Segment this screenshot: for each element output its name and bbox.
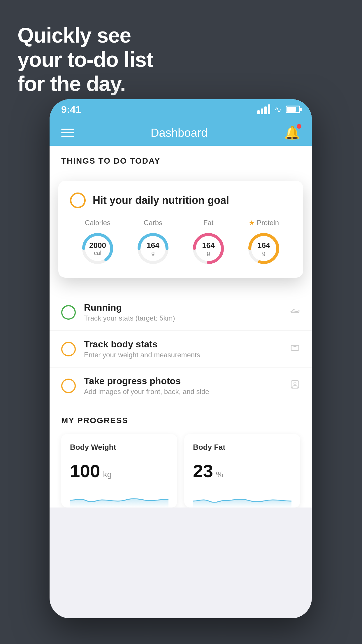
nutrition-card[interactable]: Hit your daily nutrition goal Calories20… (58, 181, 303, 278)
progress-card-title: Body Weight (70, 443, 168, 452)
todo-list: RunningTrack your stats (target: 5km)Tra… (50, 294, 312, 404)
notification-bell[interactable]: 🔔 (284, 125, 300, 140)
nav-bar: Dashboard 🔔 (50, 120, 312, 146)
svg-rect-8 (291, 345, 299, 351)
phone-frame: 9:41 ∿ Dashboard 🔔 THINGS TO DO TODAY (50, 99, 312, 618)
donut-calories: 2000cal (80, 231, 115, 266)
progress-unit: kg (103, 470, 112, 479)
donut-protein: 164g (246, 231, 281, 266)
nutrition-item-protein: ★Protein164g (246, 219, 281, 266)
progress-card-body-fat[interactable]: Body Fat23% (184, 434, 300, 508)
nutrition-item-carbs: Carbs164g (136, 219, 171, 266)
progress-card-title: Body Fat (193, 443, 291, 452)
todo-title: Take progress photos (84, 376, 282, 386)
todo-title: Track body stats (84, 339, 282, 350)
donut-unit: g (147, 249, 159, 256)
status-time: 9:41 (61, 104, 81, 115)
card-title-row: Hit your daily nutrition goal (70, 192, 291, 208)
donut-value: 164 (147, 241, 159, 250)
donut-value: 164 (257, 241, 270, 250)
progress-section: MY PROGRESS Body Weight100kg Body Fat23% (50, 416, 312, 508)
nutrition-label-fat: Fat (203, 219, 214, 227)
nutrition-item-fat: Fat164g (191, 219, 226, 266)
todo-circle-take-progress-photos (61, 379, 76, 393)
nutrition-label-calories: Calories (85, 219, 110, 227)
card-title: Hit your daily nutrition goal (93, 194, 229, 206)
nav-title: Dashboard (151, 126, 208, 139)
todo-text: RunningTrack your stats (target: 5km) (84, 302, 282, 322)
battery-icon (286, 106, 300, 113)
todo-text: Take progress photosAdd images of your f… (84, 376, 282, 396)
progress-title: MY PROGRESS (61, 416, 300, 425)
scale-icon (290, 342, 300, 356)
shoe-icon (290, 306, 300, 319)
progress-value: 23 (193, 461, 213, 481)
todo-circle-nutrition (70, 192, 86, 208)
progress-cards: Body Weight100kg Body Fat23% (61, 434, 300, 508)
status-bar: 9:41 ∿ (50, 99, 312, 120)
todo-subtitle: Track your stats (target: 5km) (84, 314, 282, 322)
nutrition-label-protein: Protein (257, 219, 279, 227)
todo-item[interactable]: Track body statsEnter your weight and me… (50, 331, 312, 368)
nutrition-label-carbs: Carbs (144, 219, 162, 227)
todo-circle-track-body-stats (61, 342, 76, 356)
hamburger-menu[interactable] (61, 129, 74, 137)
donut-unit: g (257, 249, 270, 256)
nutrition-grid: Calories2000calCarbs164gFat164g★Protein1… (70, 219, 291, 266)
signal-icon (257, 104, 270, 114)
star-icon: ★ (249, 219, 255, 227)
donut-unit: g (202, 249, 215, 256)
todo-subtitle: Add images of your front, back, and side (84, 388, 282, 396)
status-icons: ∿ (257, 104, 300, 115)
todo-item[interactable]: RunningTrack your stats (target: 5km) (50, 294, 312, 331)
notification-dot (297, 124, 301, 129)
todo-text: Track body statsEnter your weight and me… (84, 339, 282, 359)
section-header: THINGS TO DO TODAY (50, 146, 312, 172)
todo-item[interactable]: Take progress photosAdd images of your f… (50, 368, 312, 404)
todo-subtitle: Enter your weight and measurements (84, 351, 282, 359)
hero-text: Quickly see your to-do list for the day. (17, 23, 153, 96)
hero-line2: your to-do list (17, 48, 153, 72)
donut-unit: cal (89, 249, 106, 256)
svg-point-10 (294, 382, 296, 384)
main-content: THINGS TO DO TODAY Hit your daily nutrit… (50, 146, 312, 508)
wifi-icon: ∿ (274, 104, 282, 115)
todo-circle-running (61, 305, 76, 320)
donut-value: 2000 (89, 241, 106, 250)
progress-value: 100 (70, 461, 100, 481)
mini-chart (193, 487, 291, 508)
nutrition-item-calories: Calories2000cal (80, 219, 115, 266)
hero-line3: for the day. (17, 72, 153, 96)
person-icon (290, 379, 300, 392)
mini-chart (70, 487, 168, 508)
progress-unit: % (216, 470, 223, 479)
todo-title: Running (84, 302, 282, 313)
donut-carbs: 164g (136, 231, 171, 266)
donut-value: 164 (202, 241, 215, 250)
hero-line1: Quickly see (17, 23, 153, 48)
progress-card-body-weight[interactable]: Body Weight100kg (61, 434, 177, 508)
donut-fat: 164g (191, 231, 226, 266)
